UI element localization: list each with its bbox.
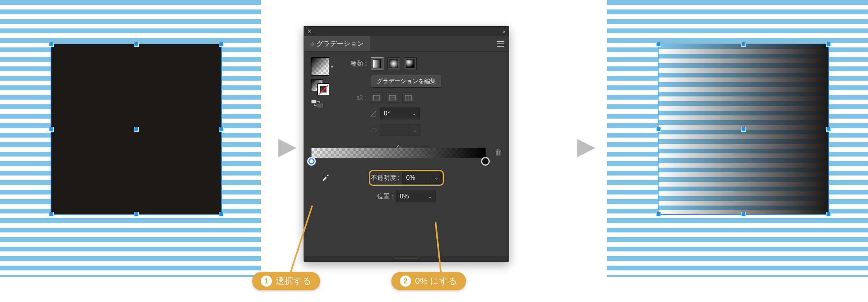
chevron-down-icon: ⌄ [409,125,420,136]
callout-text: 選択する [276,275,311,287]
close-icon[interactable]: ✕ [307,28,312,34]
opacity-input[interactable] [403,172,430,183]
handle-icon[interactable] [219,42,223,46]
callout-text: 0% にする [415,275,457,287]
row-stroke: 線 : [342,92,502,103]
gradient-slider[interactable]: ◇ [311,148,486,158]
row-aspect: ⬭ ⌄ [342,124,502,136]
trash-icon[interactable]: 🗑 [494,148,502,157]
midpoint-icon[interactable]: ◇ [396,143,401,150]
panel-tabbar: ◇ グラデーション [304,36,509,52]
tab-gradient[interactable]: ◇ グラデーション [304,36,370,51]
angle-icon: ◿ [371,109,376,117]
diamond-icon: ◇ [310,41,314,47]
svg-rect-0 [311,100,316,103]
chevron-down-icon[interactable]: ▾ [331,64,334,70]
handle-icon[interactable] [826,127,830,131]
arrow-icon: ▶ [278,134,296,158]
opacity-field[interactable]: ⌄ [402,172,442,184]
edit-gradient-button[interactable]: グラデーションを編集 [371,75,442,88]
handle-icon[interactable] [49,42,53,46]
stroke-mode-1 [371,92,383,103]
panel-titlebar[interactable]: ✕ « [304,26,509,36]
svg-rect-1 [318,104,323,107]
type-label: 種類 : [342,60,367,68]
handle-icon[interactable] [742,42,745,46]
callout-2: 2 0% にする [391,272,466,290]
handle-icon[interactable] [49,127,53,131]
fill-stroke-swatch[interactable] [311,79,329,95]
handle-icon[interactable] [657,127,660,131]
location-label: 位置 : [377,193,393,201]
tab-label: グラデーション [317,39,364,48]
opacity-highlight: 不透明度 : ⌄ [369,170,444,186]
handle-icon[interactable] [219,212,223,216]
handle-icon[interactable] [742,127,745,131]
panel-resize-grip[interactable] [304,257,509,261]
gradient-preview-swatch[interactable] [311,57,329,76]
panel-menu-icon[interactable] [493,36,509,51]
row-location: 位置 : ⌄ [311,191,502,202]
handle-icon[interactable] [826,212,830,216]
callout-1: 1 選択する [252,272,320,290]
location-input[interactable] [396,191,424,202]
selected-rectangle-before[interactable] [51,44,221,214]
row-edit: グラデーションを編集 [342,75,502,88]
handle-icon[interactable] [134,127,138,131]
gradient-slider-area: 🗑 ◇ [311,148,502,158]
stroke-label: 線 : [342,94,367,102]
chevron-down-icon[interactable]: ⌄ [424,191,435,202]
row-type: 種類 : [342,57,502,70]
angle-input[interactable] [381,108,408,119]
handle-icon[interactable] [826,42,830,46]
canvas-before [0,0,261,277]
stroke-swatch[interactable] [317,83,329,95]
handle-icon[interactable] [742,212,745,216]
swatch-column: ▾ [311,57,334,141]
callout-number: 2 [400,276,411,287]
aspect-field: ⌄ [381,124,420,136]
collapse-icon[interactable]: « [502,28,506,34]
panel-body: ▾ 種類 : [304,52,509,214]
callout-number: 1 [261,276,272,287]
selected-rectangle-after[interactable] [659,44,828,214]
location-field[interactable]: ⌄ [396,191,436,202]
handle-icon[interactable] [134,42,138,46]
svg-rect-2 [374,95,380,100]
opacity-label: 不透明度 : [371,174,400,182]
handle-icon[interactable] [657,212,660,216]
angle-field[interactable]: ⌄ [380,108,420,119]
stroke-mode-3 [402,92,414,103]
handle-icon[interactable] [219,127,223,131]
gradient-type-freeform[interactable] [404,57,417,70]
chevron-down-icon[interactable]: ⌄ [408,108,419,119]
aspect-ratio-icon: ⬭ [371,126,377,134]
chevron-down-icon[interactable]: ⌄ [430,172,442,183]
reverse-gradient-icon[interactable] [311,99,323,108]
gradient-type-radial[interactable] [387,57,400,70]
canvas-after [607,0,868,277]
gradient-panel: ✕ « ◇ グラデーション ▾ [304,26,509,262]
gradient-stop-right[interactable] [481,157,490,166]
aspect-input [381,125,409,136]
row-opacity: 不透明度 : ⌄ [311,170,502,186]
gradient-type-linear[interactable] [371,57,383,70]
stroke-mode-2 [387,92,398,103]
gradient-stop-left[interactable] [307,157,316,166]
eyedropper-icon[interactable] [321,172,330,183]
handle-icon[interactable] [49,212,53,216]
handle-icon[interactable] [134,212,138,216]
arrow-icon: ▶ [577,134,595,158]
row-angle: ◿ ⌄ [342,108,502,119]
handle-icon[interactable] [657,42,660,46]
